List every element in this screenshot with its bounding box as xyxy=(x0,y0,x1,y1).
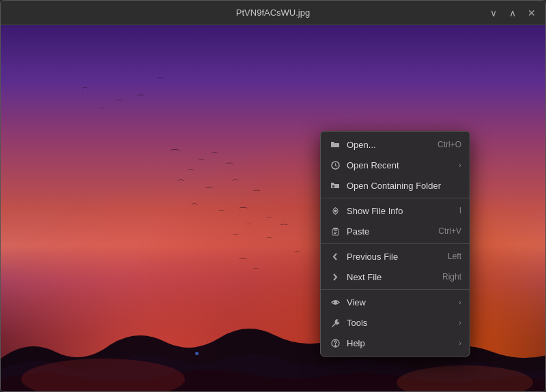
maximize-button[interactable]: ∧ xyxy=(506,6,519,20)
menu-prev-file-label: Previous File xyxy=(347,252,448,262)
close-button[interactable]: ✕ xyxy=(525,6,538,20)
tools-icon xyxy=(329,316,341,329)
main-window: PtVN9fACsWU.jpg ∨ ∧ ✕ ⌒ ⌒ ⌒ ⌒ ⌒ ⌒ ⌒ ⌒ ⌒ … xyxy=(0,0,546,392)
svg-point-4 xyxy=(334,209,336,212)
detail-dot xyxy=(195,352,199,355)
chevron-left-icon xyxy=(329,250,341,262)
minimize-button[interactable]: ∨ xyxy=(487,6,500,20)
menu-item-open[interactable]: Open... Ctrl+O xyxy=(321,134,470,155)
menu-paste-shortcut: Ctrl+V xyxy=(438,226,461,236)
image-viewer-content: ⌒ ⌒ ⌒ ⌒ ⌒ ⌒ ⌒ ⌒ ⌒ ⌒ ⌒ ⌒ ⌒ ⌒ ⌒ ⌒ ⌒ ⌒ ⌒ ⌒ … xyxy=(1,25,545,392)
window-title: PtVN9fACsWU.jpg xyxy=(236,7,310,18)
window-controls: ∨ ∧ ✕ xyxy=(487,6,538,20)
help-submenu-arrow: › xyxy=(459,339,461,347)
submenu-arrow: › xyxy=(459,161,461,169)
menu-paste-label: Paste xyxy=(347,226,438,237)
menu-open-recent-label: Open Recent xyxy=(347,160,455,170)
title-bar: PtVN9fACsWU.jpg ∨ ∧ ✕ xyxy=(1,1,545,25)
tools-submenu-arrow: › xyxy=(459,318,461,327)
view-icon xyxy=(329,296,341,308)
svg-rect-3 xyxy=(332,185,334,187)
clock-icon xyxy=(329,159,341,171)
menu-show-file-info-label: Show File Info xyxy=(347,206,459,216)
menu-item-help[interactable]: Help › xyxy=(321,333,470,353)
svg-point-12 xyxy=(334,345,335,346)
view-submenu-arrow: › xyxy=(459,298,461,306)
menu-show-file-info-shortcut: I xyxy=(459,206,461,215)
menu-open-folder-label: Open Containing Folder xyxy=(347,181,461,191)
svg-rect-9 xyxy=(334,233,336,234)
menu-prev-file-shortcut: Left xyxy=(448,252,461,261)
divider-2 xyxy=(321,243,470,244)
menu-item-view[interactable]: View › xyxy=(321,292,470,312)
paste-icon xyxy=(329,225,341,237)
menu-next-file-label: Next File xyxy=(347,272,442,282)
context-menu: Open... Ctrl+O Open Recent › Open Contai… xyxy=(320,131,470,357)
menu-item-paste[interactable]: Paste Ctrl+V xyxy=(321,221,470,241)
menu-next-file-shortcut: Right xyxy=(442,272,461,282)
chevron-right-icon xyxy=(329,271,341,283)
gear-icon xyxy=(329,205,341,217)
svg-rect-7 xyxy=(334,230,337,231)
divider-3 xyxy=(321,289,470,290)
folder-icon xyxy=(329,138,341,151)
menu-item-tools[interactable]: Tools › xyxy=(321,312,470,333)
menu-item-open-folder[interactable]: Open Containing Folder xyxy=(321,175,470,196)
menu-help-label: Help xyxy=(347,338,455,348)
help-icon xyxy=(329,337,341,349)
menu-view-label: View xyxy=(347,297,455,307)
divider-1 xyxy=(321,198,470,198)
menu-item-show-file-info[interactable]: Show File Info I xyxy=(321,200,470,221)
svg-rect-8 xyxy=(334,232,337,232)
menu-tools-label: Tools xyxy=(347,318,455,328)
menu-open-shortcut: Ctrl+O xyxy=(437,140,461,149)
menu-item-prev-file[interactable]: Previous File Left xyxy=(321,246,470,267)
svg-point-10 xyxy=(334,301,336,303)
menu-open-label: Open... xyxy=(347,140,437,150)
menu-item-open-recent[interactable]: Open Recent › xyxy=(321,155,470,175)
folder2-icon xyxy=(329,179,341,192)
menu-item-next-file[interactable]: Next File Right xyxy=(321,267,470,287)
